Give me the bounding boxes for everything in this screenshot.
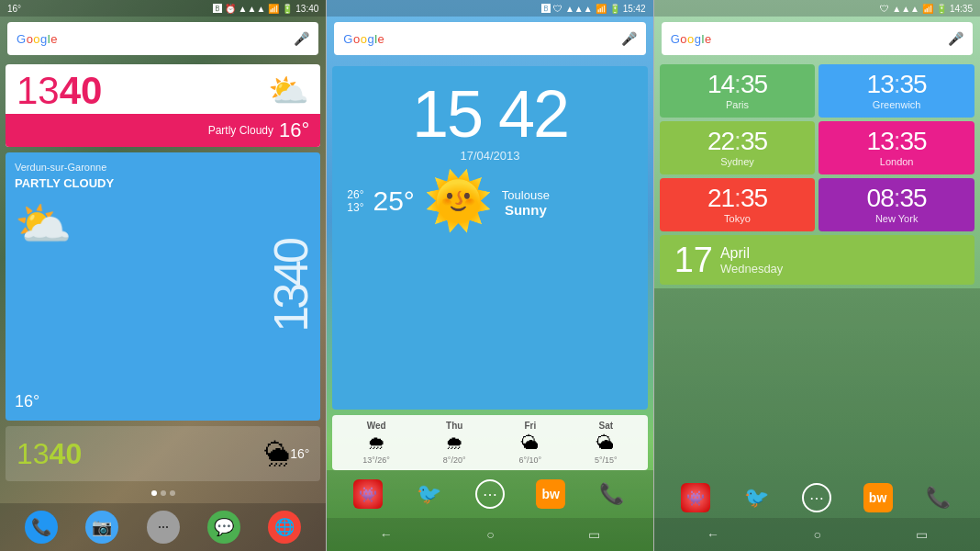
battery-icon: 🔋: [282, 4, 293, 14]
status-right-3: 🛡 ▲▲▲ 📶 🔋 14:35: [880, 4, 973, 14]
weather-type-2: Sunny: [502, 202, 550, 218]
clock-weather-widget-2: 15 42 17/04/2013 26° 13° 25° 🌞 Toulouse …: [332, 66, 647, 410]
nav-bar-2: ← ○ ▭: [327, 518, 652, 551]
clock-display-1: 1340: [17, 72, 102, 110]
weather-icon-1: ⛅: [268, 72, 309, 110]
world-clock-grid-3: 14:35 Paris 13:35 Greenwich 22:35 Sydney…: [660, 64, 974, 231]
fc-day-3: Fri: [524, 421, 536, 431]
weather-condition-1: Partly Cloudy: [208, 124, 273, 137]
status-time-1: 13:40: [295, 4, 318, 14]
dock-phone-2[interactable]: 📞: [597, 479, 627, 509]
dock-bird-3[interactable]: 🐦: [741, 483, 771, 512]
cloud-icon-1: ⛅: [15, 197, 271, 251]
fc-day-4: Sat: [599, 421, 614, 431]
bottom-hours-1: 13: [17, 437, 50, 470]
vertical-time-1: 1340: [271, 241, 311, 332]
sydney-time: 22:35: [707, 129, 767, 154]
dock-bird-2[interactable]: 🐦: [415, 479, 444, 509]
dock-bw-3[interactable]: bw: [863, 483, 893, 512]
alarm-icon: ⏰: [225, 4, 236, 14]
tokyo-time: 21:35: [707, 186, 767, 211]
fc-day-2: Thu: [446, 421, 462, 431]
clock-paris: 14:35 Paris: [660, 64, 816, 118]
temp-range-2: 26° 13°: [347, 188, 363, 214]
weather-temp-1: 16°: [279, 118, 309, 142]
dock-hangouts-1[interactable]: 💬: [207, 511, 240, 544]
screen-2: 🅱 🛡 ▲▲▲ 📶 🔋 15:42 Google 🎤 15 42 17/04/2…: [327, 0, 652, 551]
temp-low-2: 13°: [347, 201, 363, 214]
temp-high-2: 26°: [347, 188, 363, 201]
forecast-fri: Fri 🌥 6°/10°: [518, 421, 541, 465]
nav-recent-2[interactable]: ▭: [588, 527, 600, 542]
date-number-3: 17: [674, 242, 713, 277]
nav-bar-3: ← ○ ▭: [654, 518, 980, 551]
fc-temps-1: 13°/26°: [362, 455, 390, 465]
forecast-wed: Wed 🌧 13°/26°: [362, 421, 390, 465]
dock-monster-2[interactable]: 👾: [353, 479, 383, 509]
greenwich-time: 13:35: [867, 72, 927, 97]
dot-3: [170, 490, 175, 496]
dock-camera-1[interactable]: 📷: [85, 511, 118, 544]
clock-greenwich: 13:35 Greenwich: [819, 64, 974, 118]
nav-recent-3[interactable]: ▭: [916, 527, 928, 542]
widget-time-weather-1: 1340 ⛅ Partly Cloudy 16°: [6, 64, 320, 147]
dock-2: 👾 🐦 ⋯ bw 📞: [327, 470, 652, 518]
bt-icon: 🅱: [213, 4, 222, 14]
status-time-3: 14:35: [950, 4, 973, 14]
dock-monster-3[interactable]: 👾: [681, 483, 710, 512]
forecast-sat: Sat 🌥 5°/15°: [595, 421, 618, 465]
forecast-bar-2: Wed 🌧 13°/26° Thu 🌧 8°/20° Fri 🌥 6°/10° …: [332, 415, 647, 470]
fc-icon-3: 🌥: [521, 433, 540, 454]
blue-weather-right: 1340: [271, 162, 311, 411]
forecast-thu: Thu 🌧 8°/20°: [443, 421, 466, 465]
nav-home-3[interactable]: ○: [814, 527, 821, 542]
status-bar-3: 🛡 ▲▲▲ 📶 🔋 14:35: [654, 0, 980, 17]
bt-icon-2: 🅱: [541, 4, 551, 14]
google-search-bar-3[interactable]: Google 🎤: [662, 22, 973, 55]
google-search-bar-1[interactable]: Google 🎤: [7, 22, 318, 55]
dock-apps-2[interactable]: ⋯: [475, 479, 505, 509]
city-weather-2: Toulouse Sunny: [502, 188, 550, 218]
dock-1: 📞 📷 ⋯ 💬 🌐: [0, 503, 326, 551]
dot-1: [151, 490, 157, 496]
city-label-1: Verdun-sur-Garonne: [15, 162, 271, 173]
clock2-mins: 42: [498, 77, 568, 151]
date-display-2: 17/04/2013: [460, 149, 519, 163]
dock-phone-3[interactable]: 📞: [924, 483, 953, 512]
date-weekday-3: Wednesday: [720, 262, 783, 276]
status-bar-2: 🅱 🛡 ▲▲▲ 📶 🔋 15:42: [327, 0, 652, 17]
mic-icon-3[interactable]: 🎤: [948, 31, 963, 46]
battery-icon-2: 🔋: [609, 4, 620, 14]
paris-city: Paris: [726, 99, 749, 110]
google-search-bar-2[interactable]: Google 🎤: [334, 22, 645, 55]
dock-apps-3[interactable]: ⋯: [802, 483, 831, 512]
dot-2: [161, 490, 166, 496]
bottom-temp-1: 16°: [290, 446, 309, 461]
dock-chrome-1[interactable]: 🌐: [268, 511, 301, 544]
status-temp-1: 16°: [7, 4, 21, 14]
clock-newyork: 08:35 New York: [819, 178, 974, 231]
clock-london: 13:35 London: [819, 121, 974, 174]
mic-icon-2[interactable]: 🎤: [621, 31, 637, 46]
dock-bw-2[interactable]: bw: [536, 479, 565, 509]
nav-home-2[interactable]: ○: [486, 527, 494, 542]
fc-temps-2: 8°/20°: [443, 455, 466, 465]
mic-icon-1[interactable]: 🎤: [294, 31, 309, 46]
bottom-weather-icon-1: 🌦: [264, 439, 290, 469]
status-bar-1: 16° 🅱 ⏰ ▲▲▲ 📶 🔋 13:40: [0, 0, 326, 17]
sydney-city: Sydney: [720, 156, 754, 167]
dock-phone-1[interactable]: 📞: [25, 511, 58, 544]
fc-icon-2: 🌧: [445, 433, 463, 454]
london-time: 13:35: [867, 129, 927, 154]
fc-icon-4: 🌥: [596, 433, 615, 454]
city-name-2: Toulouse: [502, 188, 550, 202]
signal-icon: ▲▲▲: [239, 4, 266, 14]
nav-back-2[interactable]: ←: [380, 527, 393, 542]
status-right-2: 🅱 🛡 ▲▲▲ 📶 🔋 15:42: [541, 4, 646, 14]
dock-apps-1[interactable]: ⋯: [147, 511, 180, 544]
fc-icon-1: 🌧: [367, 433, 385, 454]
clock2-hours: 15: [412, 77, 482, 151]
tokyo-city: Tokyo: [724, 213, 751, 224]
wifi-icon-3: 📶: [922, 4, 933, 14]
nav-back-3[interactable]: ←: [707, 527, 719, 542]
